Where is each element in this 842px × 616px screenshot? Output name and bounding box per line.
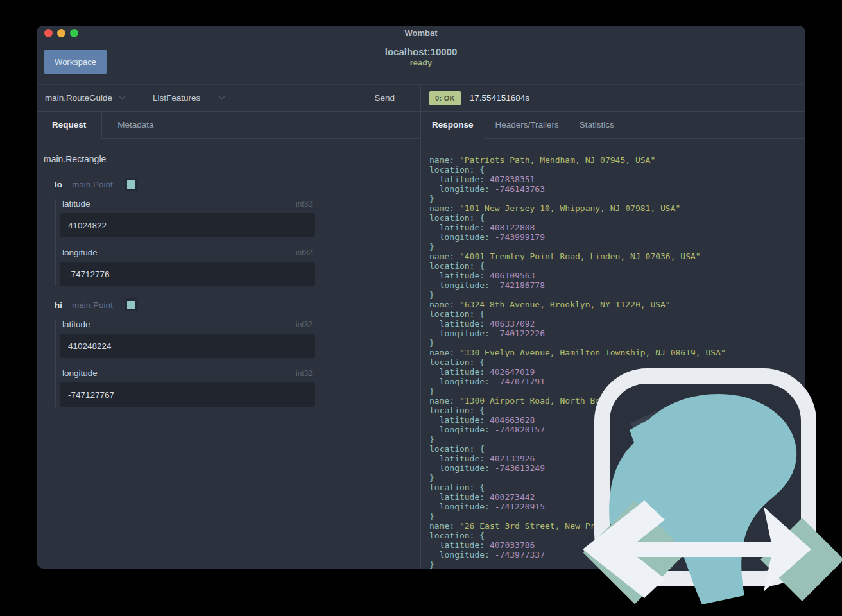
code-line: longitude: -742186778 <box>429 280 805 290</box>
field-label: longitude <box>62 368 98 378</box>
group-field-name: lo <box>55 180 62 189</box>
field-type-hint: int32 <box>296 369 313 378</box>
call-duration: 17.554151684s <box>470 93 529 103</box>
chevron-down-icon <box>218 96 225 100</box>
group-fields: latitudeint32longitudeint32 <box>55 320 420 407</box>
field-label: longitude <box>62 248 98 257</box>
connection-info: localhost:10000 ready <box>37 46 805 68</box>
code-line: } <box>429 194 805 203</box>
window-title: Wombat <box>37 28 805 38</box>
service-select[interactable]: main.RouteGuide <box>45 93 126 103</box>
method-select-value: ListFeatures <box>153 93 200 103</box>
field-type-hint: int32 <box>296 320 313 329</box>
response-tabs: Response Headers/Trailers Statistics <box>421 112 805 139</box>
server-address: localhost:10000 <box>37 46 805 57</box>
field-label: latitude <box>62 320 90 329</box>
code-line: longitude: -740122226 <box>429 329 805 338</box>
field-head: latitudeint32 <box>60 199 315 209</box>
request-pane: main.RouteGuide ListFeatures Send Reques… <box>37 85 421 569</box>
field-input-longitude[interactable] <box>60 382 315 407</box>
form-field: longitudeint32 <box>60 368 420 407</box>
group-field-name: hi <box>55 300 62 310</box>
code-line: name: "4001 Tremley Point Road, Linden, … <box>429 252 805 261</box>
checkbox-check-icon <box>127 180 135 189</box>
field-head: latitudeint32 <box>60 320 315 329</box>
send-button[interactable]: Send <box>370 92 399 103</box>
code-line: } <box>429 338 805 348</box>
form-field: latitudeint32 <box>60 199 420 237</box>
code-line: } <box>429 242 805 252</box>
field-input-latitude[interactable] <box>60 213 315 237</box>
form-group: himain.Pointlatitudeint32longitudeint32 <box>44 298 420 407</box>
method-select[interactable]: ListFeatures <box>153 93 225 103</box>
group-field-type: main.Point <box>72 300 113 310</box>
code-line: latitude: 408122808 <box>429 223 805 232</box>
code-line: location: { <box>429 309 805 319</box>
tab-headers-trailers[interactable]: Headers/Trailers <box>485 112 569 138</box>
call-toolbar: main.RouteGuide ListFeatures Send <box>37 85 420 112</box>
code-line: } <box>429 290 805 300</box>
code-line: name: "101 New Jersey 10, Whippany, NJ 0… <box>429 203 805 213</box>
message-toggle-checkbox[interactable] <box>125 298 139 312</box>
code-line: latitude: 406337092 <box>429 319 805 329</box>
tab-statistics[interactable]: Statistics <box>569 112 624 138</box>
form-field: latitudeint32 <box>60 320 420 358</box>
request-form-groups: lomain.Pointlatitudeint32longitudeint32h… <box>44 177 420 407</box>
code-line: name: "330 Evelyn Avenue, Hamilton Towns… <box>429 348 805 357</box>
code-line: latitude: 406109563 <box>429 271 805 280</box>
tab-metadata[interactable]: Metadata <box>102 112 169 138</box>
code-line: latitude: 407838351 <box>429 175 805 184</box>
tab-request[interactable]: Request <box>37 112 102 139</box>
code-line: location: { <box>429 165 805 175</box>
status-badge: 0: OK <box>429 91 461 105</box>
code-line: name: "6324 8th Avenue, Brooklyn, NY 112… <box>429 300 805 309</box>
message-toggle-checkbox[interactable] <box>125 177 139 191</box>
service-select-value: main.RouteGuide <box>45 93 112 103</box>
request-form: main.Rectangle lomain.Pointlatitudeint32… <box>37 139 420 569</box>
result-bar: 0: OK 17.554151684s <box>421 85 805 112</box>
group-header: himain.Point <box>55 298 420 312</box>
group-fields: latitudeint32longitudeint32 <box>55 199 420 286</box>
title-bar: Wombat <box>37 26 805 40</box>
form-group: lomain.Pointlatitudeint32longitudeint32 <box>44 177 420 286</box>
group-header: lomain.Point <box>55 177 420 191</box>
field-input-longitude[interactable] <box>60 262 315 286</box>
checkbox-check-icon <box>127 301 135 309</box>
message-type-label: main.Rectangle <box>44 154 420 164</box>
field-type-hint: int32 <box>296 200 313 209</box>
code-line: name: "Patriots Path, Mendham, NJ 07945,… <box>429 155 805 165</box>
field-type-hint: int32 <box>296 248 313 257</box>
code-line: longitude: -746143763 <box>429 184 805 194</box>
chevron-down-icon <box>119 96 126 100</box>
field-head: longitudeint32 <box>60 368 315 378</box>
form-field: longitudeint32 <box>60 248 420 286</box>
field-label: latitude <box>62 199 90 209</box>
code-line: location: { <box>429 213 805 223</box>
tab-response[interactable]: Response <box>421 112 485 139</box>
code-line: location: { <box>429 261 805 271</box>
connection-status: ready <box>37 57 805 68</box>
field-head: longitudeint32 <box>60 248 315 257</box>
group-field-type: main.Point <box>72 180 113 189</box>
request-tabs: Request Metadata <box>37 112 420 139</box>
field-input-latitude[interactable] <box>60 334 315 358</box>
code-line: longitude: -743999179 <box>429 232 805 242</box>
wombat-logo <box>572 359 842 616</box>
header: Workspace localhost:10000 ready <box>37 40 805 84</box>
